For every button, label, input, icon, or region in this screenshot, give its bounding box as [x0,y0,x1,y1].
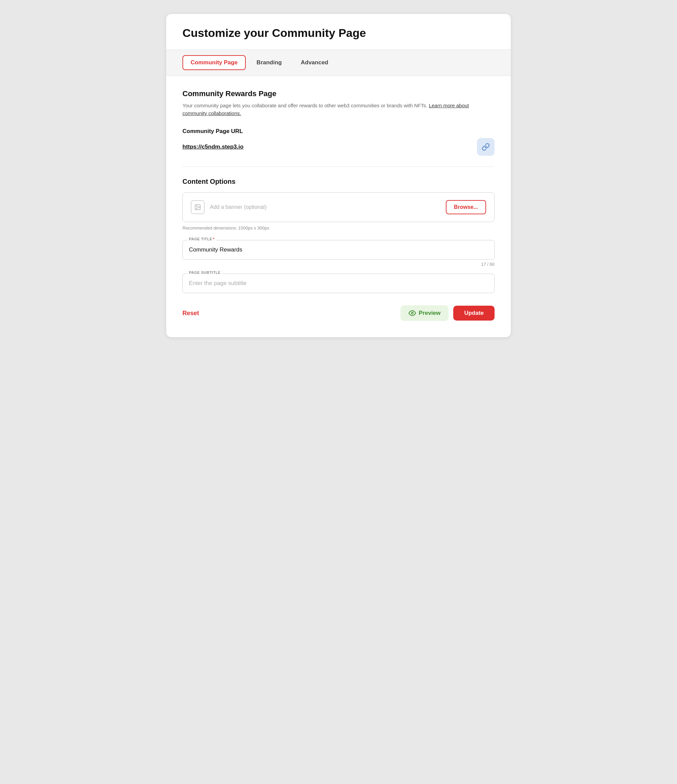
tabs-bar: Community Page Branding Advanced [166,50,511,76]
svg-point-1 [196,206,197,207]
url-label: Community Page URL [182,128,495,135]
image-icon-box [191,201,204,214]
page-subtitle-group: PAGE SUBTITLE [182,274,495,293]
main-card: Customize your Community Page Community … [166,14,511,338]
tab-community-page[interactable]: Community Page [182,55,246,70]
section-title: Community Rewards Page [182,89,495,98]
char-count: 17 / 60 [182,262,495,267]
footer-right: Preview Update [400,305,495,321]
eye-icon [409,310,416,317]
page-title-input[interactable] [189,245,488,255]
preview-button[interactable]: Preview [400,305,448,321]
reset-button[interactable]: Reset [182,310,199,317]
page-title-group: PAGE TITLE* 17 / 60 [182,240,495,267]
preview-label: Preview [419,310,440,316]
svg-point-2 [411,313,413,314]
content-options-title: Content Options [182,178,495,185]
url-value[interactable]: https://c5ndm.step3.io [182,143,243,150]
required-star: * [213,237,215,241]
banner-placeholder: Add a banner (optional) [210,204,266,210]
tab-advanced[interactable]: Advanced [293,55,336,70]
tab-branding[interactable]: Branding [249,55,290,70]
banner-upload-area[interactable]: Add a banner (optional) Browse... [182,192,495,222]
page-title: Customize your Community Page [182,26,495,40]
banner-left: Add a banner (optional) [191,201,266,214]
page-subtitle-container: PAGE SUBTITLE [182,274,495,293]
image-icon [194,204,201,210]
section-description: Your community page lets you collaborate… [182,101,495,117]
url-section: Community Page URL https://c5ndm.step3.i… [182,128,495,156]
page-subtitle-input[interactable] [189,278,488,288]
link-icon [482,143,490,151]
footer-actions: Reset Preview Update [182,305,495,321]
content-options: Content Options Add a banner (optional) … [182,178,495,293]
section-intro: Community Rewards Page Your community pa… [182,89,495,117]
page-title-container: PAGE TITLE* [182,240,495,260]
card-body: Community Rewards Page Your community pa… [166,76,511,338]
browse-button[interactable]: Browse... [446,200,486,214]
page-title-label: PAGE TITLE* [188,237,216,241]
card-header: Customize your Community Page [166,14,511,50]
recommended-dimensions: Recommended dimensions: 1500px x 300px [182,226,495,230]
page-subtitle-label: PAGE SUBTITLE [188,271,222,275]
url-row: https://c5ndm.step3.io [182,138,495,156]
update-button[interactable]: Update [453,306,495,320]
divider [182,166,495,167]
copy-url-button[interactable] [477,138,495,156]
